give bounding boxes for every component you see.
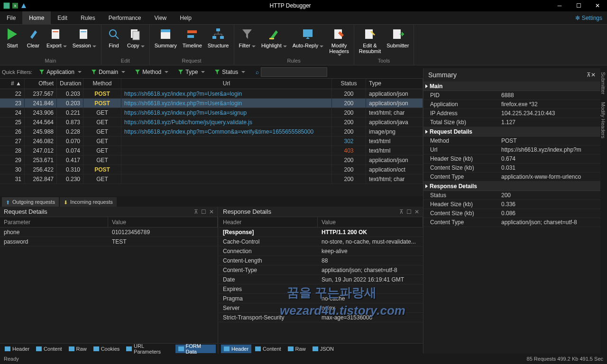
summary-row: Status200 (423, 191, 600, 200)
menu-help[interactable]: Help (173, 11, 198, 25)
list-item[interactable]: Expires (219, 284, 423, 294)
list-item[interactable]: phone010123456789 (0, 228, 218, 237)
tab-outgoing[interactable]: ⬆Outgoing requests (2, 197, 59, 207)
col-status[interactable]: Status (332, 79, 366, 89)
svg-text:X: X (14, 4, 17, 8)
table-row[interactable]: 31262.8470.230GET200text/html; char (0, 174, 423, 184)
list-item[interactable]: passwordTEST (0, 237, 218, 246)
qat-clear-icon[interactable] (20, 2, 28, 9)
statusbar: Ready 85 Requests 499.2 Kb 491.5 Sec (0, 354, 607, 364)
maximize-button[interactable]: ☐ (569, 0, 588, 11)
ribbon-timeline[interactable]: Timeline (180, 26, 205, 57)
filter-application[interactable]: Application (36, 68, 84, 76)
filter-domain[interactable]: Domain (88, 68, 128, 76)
ribbon-autoreply[interactable]: Auto-Reply (290, 26, 326, 57)
table-row[interactable]: 23241.8460.203POSThttps://sh6618.xyz/ind… (0, 99, 423, 108)
bottom-tab[interactable]: Header (2, 345, 32, 353)
summary-section[interactable]: Main (423, 82, 600, 91)
list-item[interactable]: DateSun, 19 Jun 2022 16:19:41 GMT (219, 275, 423, 284)
list-item[interactable]: [Response]HTTP/1.1 200 OK (219, 228, 423, 237)
col-duration[interactable]: Duration (57, 79, 83, 89)
ribbon-export[interactable]: Export (44, 26, 70, 57)
table-row[interactable]: 25244.5640.873GEThttps://sh6618.xyz/Publ… (0, 118, 423, 127)
minimize-button[interactable]: ─ (550, 0, 569, 11)
table-row[interactable]: 22237.5670.203POSThttps://sh6618.xyz/ind… (0, 89, 423, 99)
list-item[interactable]: Servernginx (219, 303, 423, 313)
tab-incoming[interactable]: ⬇Incoming requests (60, 197, 117, 207)
menu-home[interactable]: Home (22, 11, 51, 25)
menu-file[interactable]: File (0, 11, 22, 25)
bottom-tab[interactable]: Header (221, 345, 251, 353)
tab-icon (178, 346, 184, 351)
ribbon-modifyheaders[interactable]: Modify Headers (326, 26, 352, 57)
ribbon-copy[interactable]: Copy (124, 26, 147, 57)
col-url[interactable]: Url (121, 79, 332, 89)
ribbon-editresubmit[interactable]: Edit & Resubmit (356, 26, 384, 57)
maximize-icon[interactable]: ☐ (406, 209, 412, 215)
list-item[interactable]: Strict-Transport-Securitymax-age=3153600… (219, 313, 423, 322)
col-type[interactable]: Type (366, 79, 423, 89)
menu-edit[interactable]: Edit (51, 11, 74, 25)
bottom-tab[interactable]: FORM Data (175, 345, 216, 353)
filter-method[interactable]: Method (132, 68, 171, 76)
list-item[interactable]: Content-Length88 (219, 256, 423, 265)
menu-rules[interactable]: Rules (74, 11, 102, 25)
bottom-tab[interactable]: Content (33, 345, 65, 353)
close-icon[interactable]: ✕ (591, 72, 596, 78)
summary-row: Total Size (kb)1.127 (423, 118, 600, 127)
list-item[interactable]: Cache-Controlno-store, no-cache, must-re… (219, 237, 423, 246)
bottom-tab[interactable]: Raw (66, 345, 90, 353)
pin-icon[interactable]: ⊼ (194, 209, 198, 215)
ribbon-session[interactable]: Session (70, 26, 99, 57)
ribbon-submitter[interactable]: Submitter (384, 26, 412, 57)
bottom-tab[interactable]: JSON (310, 345, 337, 353)
settings-button[interactable]: ✻ Settings (570, 15, 607, 21)
close-button[interactable]: ✕ (588, 0, 607, 11)
table-row[interactable]: 28247.0120.074GET403text/html (0, 146, 423, 155)
qat-save-icon[interactable] (3, 2, 10, 9)
table-row[interactable]: 29253.6710.417GET200application/json (0, 155, 423, 165)
bottom-tab[interactable]: Content (252, 345, 284, 353)
table-row[interactable]: 27246.0820.070GET302text/html (0, 136, 423, 146)
list-item[interactable]: Pragmano-cache (219, 294, 423, 303)
list-item[interactable]: Content-Typeapplication/json; charset=ut… (219, 265, 423, 275)
table-row[interactable]: 30256.4220.310POST200application/oct (0, 165, 423, 174)
ribbon-find[interactable]: Find (103, 26, 124, 57)
svg-rect-6 (81, 31, 86, 32)
summary-section[interactable]: Response Details (423, 182, 600, 191)
rtab-submitter[interactable]: Submitter (600, 68, 606, 98)
col-method[interactable]: Method (83, 79, 121, 89)
filter-status[interactable]: Status (212, 68, 248, 76)
ribbon-summary[interactable]: Summary (152, 26, 180, 57)
table-row[interactable]: 26245.9880.228GEThttps://sh6618.xyz/inde… (0, 127, 423, 136)
request-grid: # ▲ Offset Duration Method Url Status Ty… (0, 79, 423, 196)
col-num[interactable]: # ▲ (0, 79, 25, 89)
table-row[interactable]: 24243.9060.221GEThttps://sh6618.xyz/inde… (0, 108, 423, 118)
qat-excel-icon[interactable]: X (11, 2, 19, 9)
list-item[interactable]: Connectionkeep-alive (219, 246, 423, 256)
search-input[interactable] (261, 67, 327, 77)
pin-icon[interactable]: ⊼ (399, 209, 404, 215)
rtab-modifyheaders[interactable]: Modify Headers (600, 98, 606, 142)
maximize-icon[interactable]: ☐ (201, 209, 206, 215)
summary-row: IP Address104.225.234.210:443 (423, 109, 600, 118)
pin-icon[interactable]: ⊼ (587, 72, 591, 78)
tab-icon (126, 346, 132, 351)
close-icon[interactable]: ✕ (414, 209, 419, 215)
ribbon-start[interactable]: Start (2, 26, 23, 57)
ribbon-filter[interactable]: Filter (236, 26, 258, 57)
col-offset[interactable]: Offset (25, 79, 57, 89)
summary-section[interactable]: Request Details (423, 127, 600, 136)
menu-performance[interactable]: Performance (102, 11, 148, 25)
bottom-tab[interactable]: URL Parameters (123, 345, 174, 353)
menu-view[interactable]: View (147, 11, 173, 25)
close-icon[interactable]: ✕ (209, 209, 214, 215)
bottom-tab[interactable]: Cookies (91, 345, 123, 353)
svg-rect-17 (220, 36, 224, 39)
summary-panel: Summary ⊼✕ MainPID6888Applicationfirefox… (423, 68, 600, 354)
ribbon-highlight[interactable]: Highlight (258, 26, 290, 57)
bottom-tab[interactable]: Raw (285, 345, 309, 353)
ribbon-clear[interactable]: Clear (23, 26, 44, 57)
ribbon-structure[interactable]: Structure (205, 26, 232, 57)
filter-type[interactable]: Type (175, 68, 208, 76)
